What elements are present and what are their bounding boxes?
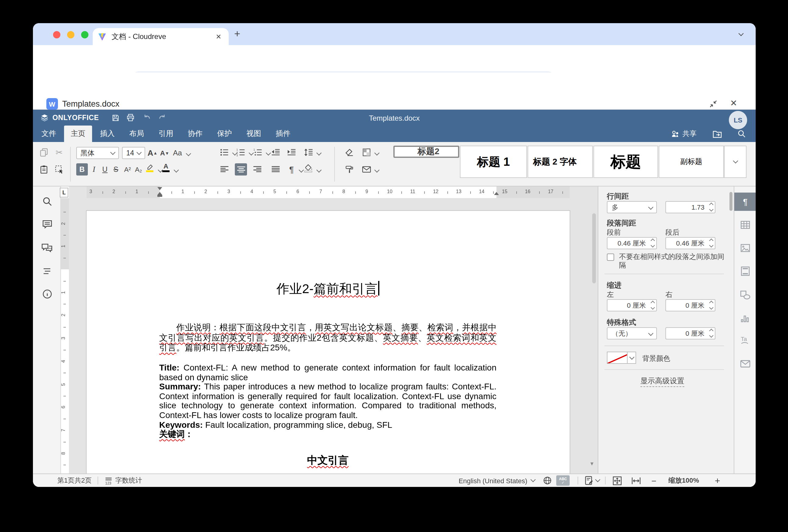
indent-right-spinner[interactable]: 0 厘米: [665, 299, 715, 311]
increase-indent-icon[interactable]: [287, 148, 296, 156]
panel-scrollbar-thumb[interactable]: [729, 192, 732, 211]
align-right-icon[interactable]: [253, 165, 262, 173]
undo-icon[interactable]: [140, 110, 154, 125]
share-button[interactable]: 共享: [671, 125, 696, 142]
horizontal-ruler[interactable]: 3211234567891011121314151617: [69, 186, 598, 198]
hanging-indent-marker[interactable]: [157, 192, 162, 195]
comments-icon[interactable]: [40, 218, 54, 231]
paste-icon[interactable]: [39, 165, 49, 174]
shading-bucket-icon[interactable]: [304, 164, 313, 172]
tab-stop-selector[interactable]: L: [60, 188, 68, 198]
paragraph-color-icon[interactable]: [362, 148, 371, 157]
navigation-icon[interactable]: [40, 265, 54, 278]
spacing-after-spinner[interactable]: 0.46 厘米: [665, 237, 715, 249]
numbered-list-icon[interactable]: 123: [236, 148, 245, 156]
styles-gallery-expand[interactable]: [724, 146, 747, 178]
document-canvas[interactable]: 作业2-篇前和引言 作业说明：根据下面这段中文引言，用英文写出论文标题、摘要、检…: [69, 198, 598, 473]
bullet-list-icon[interactable]: [220, 148, 229, 156]
nonprinting-chars-icon[interactable]: ¶: [289, 165, 294, 174]
menu-tab-home[interactable]: 主页: [64, 125, 92, 142]
menu-tab-file[interactable]: 文件: [41, 125, 56, 142]
font-color-icon[interactable]: A: [162, 163, 170, 172]
strikethrough-button[interactable]: S: [114, 165, 118, 174]
font-name-select[interactable]: 黑体: [76, 147, 119, 159]
line-spacing-icon[interactable]: [304, 148, 313, 156]
style-heading1[interactable]: 标题 1: [460, 146, 527, 178]
cut-icon[interactable]: ✂: [56, 147, 62, 157]
decrease-font-icon[interactable]: A▼: [160, 149, 169, 157]
spacing-before-spinner[interactable]: 0.46 厘米: [607, 237, 657, 249]
chat-icon[interactable]: [40, 241, 54, 255]
style-heading2-selected[interactable]: 标题2: [393, 146, 459, 158]
about-icon[interactable]: [40, 287, 54, 301]
find-icon[interactable]: [40, 195, 54, 208]
subscript-button[interactable]: A₂: [135, 166, 142, 173]
style-subtitle[interactable]: 副标题: [659, 146, 724, 178]
word-count-label[interactable]: 字数统计: [115, 474, 142, 487]
doc-chinese-paragraph[interactable]: 作业说明：根据下面这段中文引言，用英文写出论文标题、摘要、检索词，并根据中文引言…: [159, 322, 496, 352]
font-color-chevron-icon[interactable]: [174, 168, 179, 173]
table-settings-icon[interactable]: [740, 220, 750, 229]
paragraph-color-chevron-icon[interactable]: [374, 150, 380, 156]
multilevel-list-icon[interactable]: 1: [253, 148, 262, 156]
vertical-ruler[interactable]: 2112345678: [61, 198, 69, 473]
align-left-icon[interactable]: [220, 165, 229, 173]
menu-tab-insert[interactable]: 插入: [100, 125, 115, 142]
mail-merge-settings-icon[interactable]: [740, 360, 750, 368]
track-changes-icon[interactable]: [585, 474, 599, 487]
open-file-location-icon[interactable]: [712, 125, 722, 142]
underline-button[interactable]: U: [102, 165, 107, 174]
multilevel-list-chevron-icon[interactable]: [266, 150, 271, 156]
header-footer-settings-icon[interactable]: [741, 266, 750, 276]
fit-page-icon[interactable]: [612, 474, 622, 487]
numbered-list-chevron-icon[interactable]: [249, 150, 254, 156]
tab-close-icon[interactable]: ✕: [214, 32, 224, 42]
browser-tab[interactable]: 文档 - Cloudreve ✕: [93, 28, 229, 45]
justify-icon[interactable]: [271, 165, 280, 173]
line-spacing-select[interactable]: 多: [607, 201, 657, 213]
style-title[interactable]: 标题: [593, 146, 658, 178]
document-scrollbar-thumb[interactable]: [592, 213, 596, 283]
no-space-checkbox[interactable]: [607, 253, 614, 261]
traffic-light-minimize[interactable]: [67, 31, 74, 38]
highlight-color-icon[interactable]: [146, 163, 154, 172]
copy-style-icon[interactable]: [345, 165, 354, 174]
collapse-icon[interactable]: [709, 99, 718, 108]
special-format-select[interactable]: （无）: [607, 327, 657, 340]
first-line-indent-marker[interactable]: [157, 187, 162, 190]
doc-section-heading[interactable]: 中文引言: [159, 453, 496, 467]
save-icon[interactable]: [109, 110, 122, 125]
word-count-icon[interactable]: 123: [104, 474, 113, 487]
user-avatar[interactable]: LS: [729, 111, 747, 129]
print-icon[interactable]: [124, 110, 137, 125]
image-settings-icon[interactable]: [740, 243, 750, 252]
shading-bucket-chevron-icon[interactable]: [317, 168, 322, 173]
zoom-level[interactable]: 缩放100%: [668, 474, 699, 487]
language-selector[interactable]: English (United States): [459, 474, 535, 487]
new-tab-button[interactable]: +: [234, 29, 240, 39]
background-color-chevron-icon[interactable]: [628, 352, 636, 364]
change-case-icon[interactable]: Aa: [173, 149, 182, 157]
mail-merge-icon[interactable]: [362, 166, 371, 173]
spellcheck-language-icon[interactable]: [543, 474, 552, 487]
chart-settings-icon[interactable]: [740, 313, 750, 323]
shape-settings-icon[interactable]: [740, 290, 750, 300]
decrease-indent-icon[interactable]: [271, 148, 280, 156]
scroll-down-icon[interactable]: ▾: [590, 460, 593, 467]
font-size-select[interactable]: 14: [122, 147, 145, 159]
tab-search-chevron-icon[interactable]: [738, 31, 744, 36]
traffic-light-zoom[interactable]: [81, 31, 88, 38]
text-art-settings-icon[interactable]: Ta: [740, 335, 750, 345]
select-all-icon[interactable]: [54, 165, 64, 174]
traffic-light-close[interactable]: [53, 31, 60, 38]
nonprinting-chars-chevron-icon[interactable]: [299, 168, 304, 173]
doc-english-paragraph[interactable]: Title: Context-FL: A new method to gener…: [159, 363, 496, 439]
advanced-settings-link[interactable]: 显示高级设置: [641, 376, 684, 387]
superscript-button[interactable]: A²: [124, 166, 131, 173]
menu-tab-plugins[interactable]: 插件: [276, 125, 290, 142]
copy-icon[interactable]: [39, 147, 49, 157]
indent-left-spinner[interactable]: 0 厘米: [607, 299, 657, 311]
menu-tab-protection[interactable]: 保护: [217, 125, 232, 142]
menu-tab-layout[interactable]: 布局: [129, 125, 144, 142]
fit-width-icon[interactable]: [631, 474, 641, 487]
